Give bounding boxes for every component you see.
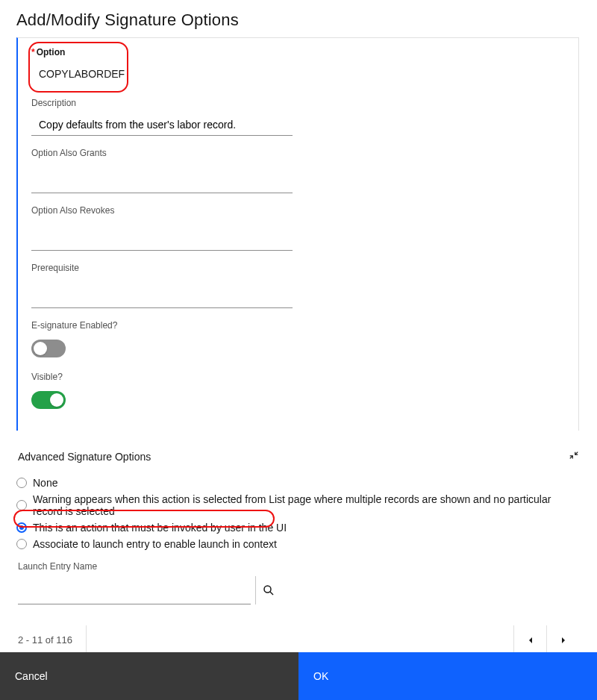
revokes-input[interactable]	[31, 229, 293, 251]
search-icon	[263, 584, 275, 596]
caret-left-icon	[527, 637, 534, 644]
svg-line-1	[270, 592, 273, 595]
caret-right-icon	[560, 637, 567, 644]
radio-row-none[interactable]: None	[16, 475, 581, 491]
prerequisite-label: Prerequisite	[31, 263, 565, 273]
description-label: Description	[31, 98, 565, 108]
radio-row-invoked-by-user[interactable]: This is an action that must be invoked b…	[16, 519, 581, 536]
dialog-title: Add/Modify Signature Options	[16, 10, 581, 30]
prerequisite-input[interactable]	[31, 287, 293, 308]
svg-point-0	[264, 586, 271, 593]
dialog-header: Add/Modify Signature Options	[0, 0, 597, 36]
radio-row-associate-launch[interactable]: Associate to launch entry to enable laun…	[16, 536, 581, 552]
collapse-icon[interactable]	[569, 450, 579, 463]
option-value[interactable]: COPYLABORDEF	[31, 62, 565, 81]
revokes-label: Option Also Revokes	[31, 205, 565, 216]
ok-button[interactable]: OK	[298, 652, 597, 700]
radio-label: Associate to launch entry to enable laun…	[33, 538, 277, 550]
radio-icon	[16, 539, 27, 549]
launch-entry-lookup-button[interactable]	[255, 576, 281, 604]
radio-icon	[16, 478, 27, 488]
grants-label: Option Also Grants	[31, 148, 565, 158]
option-label: Option	[31, 47, 565, 57]
description-input[interactable]	[31, 114, 293, 136]
launch-entry-label: Launch Entry Name	[0, 552, 597, 576]
esignature-label: E-signature Enabled?	[31, 320, 565, 331]
grants-input[interactable]	[31, 172, 293, 193]
launch-entry-input[interactable]	[18, 577, 251, 604]
esignature-toggle[interactable]	[31, 340, 66, 357]
cancel-button[interactable]: Cancel	[0, 652, 298, 700]
radio-label: This is an action that must be invoked b…	[33, 522, 287, 534]
advanced-section-title: Advanced Signature Options	[18, 451, 151, 463]
radio-icon	[16, 522, 27, 533]
visible-label: Visible?	[31, 372, 565, 382]
advanced-radio-group: None Warning appears when this action is…	[0, 470, 597, 552]
dialog-footer: Cancel OK	[0, 652, 597, 700]
pagination-prev-button[interactable]	[513, 625, 546, 652]
radio-label: Warning appears when this action is sele…	[33, 493, 581, 517]
main-form-section: Option COPYLABORDEF Description Option A…	[16, 37, 579, 431]
pagination-next-button[interactable]	[546, 625, 579, 652]
radio-icon	[16, 500, 27, 510]
visible-toggle[interactable]	[31, 391, 66, 409]
pagination-range-text: 2 - 11 of 116	[18, 625, 87, 652]
radio-row-warning[interactable]: Warning appears when this action is sele…	[16, 491, 581, 519]
pagination-bar: 2 - 11 of 116	[0, 604, 597, 652]
radio-label: None	[33, 477, 57, 489]
